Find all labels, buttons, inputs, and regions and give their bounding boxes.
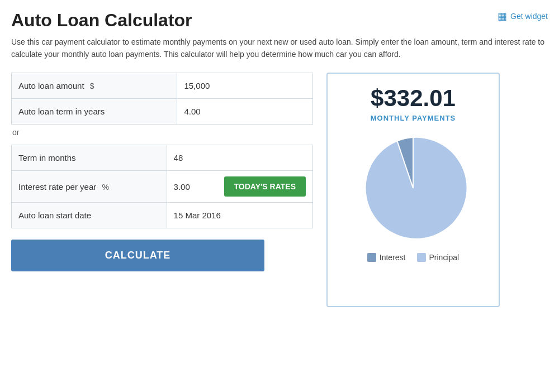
term-years-row: Auto loan term in years [12, 99, 313, 125]
interest-rate-row: Interest rate per year % TODAY'S RATES [12, 171, 313, 203]
term-months-input[interactable] [174, 153, 306, 162]
term-months-label: Term in months [18, 153, 76, 162]
term-years-input-cell [177, 99, 313, 125]
widget-icon: ▦ [498, 10, 507, 22]
interest-row-content: TODAY'S RATES [174, 176, 306, 197]
interest-swatch [367, 253, 376, 262]
monthly-amount: $332.01 [337, 85, 490, 112]
legend-interest: Interest [367, 253, 406, 262]
form-table-2: Term in months Interest rate per year % … [11, 145, 313, 228]
loan-amount-label-cell: Auto loan amount $ [12, 73, 177, 99]
interest-rate-label: Interest rate per year [18, 182, 96, 192]
description-text: Use this car payment calculator to estim… [11, 36, 548, 60]
interest-rate-input[interactable] [174, 182, 219, 192]
start-date-row: Auto loan start date [12, 203, 313, 228]
loan-amount-row: Auto loan amount $ [12, 73, 313, 99]
term-years-label-cell: Auto loan term in years [12, 99, 177, 125]
pie-chart [357, 132, 469, 244]
interest-rate-label-cell: Interest rate per year % [12, 171, 167, 203]
todays-rates-button[interactable]: TODAY'S RATES [224, 176, 306, 197]
calculate-button[interactable]: CALCULATE [11, 240, 264, 271]
get-widget-label: Get widget [510, 12, 548, 21]
start-date-label: Auto loan start date [18, 211, 91, 220]
monthly-label: MONTHLY PAYMENTS [337, 114, 490, 122]
principal-legend-label: Principal [429, 253, 459, 262]
or-text: or [11, 125, 313, 140]
interest-legend-label: Interest [380, 253, 406, 262]
term-months-input-cell [167, 145, 312, 171]
loan-amount-label: Auto loan amount [18, 81, 84, 90]
term-months-row: Term in months [12, 145, 313, 171]
legend-principal: Principal [417, 253, 459, 262]
interest-rate-unit: % [102, 183, 108, 192]
loan-amount-input-cell [177, 73, 313, 99]
start-date-input-cell [167, 203, 312, 228]
right-panel: $332.01 MONTHLY PAYMENTS Interest Princi [326, 73, 500, 307]
start-date-input[interactable] [174, 211, 306, 220]
term-years-input[interactable] [184, 107, 306, 116]
main-content: Auto loan amount $ Auto loan term in yea… [11, 73, 548, 307]
principal-swatch [417, 253, 426, 262]
page-title: Auto Loan Calculator [11, 10, 192, 31]
form-table: Auto loan amount $ Auto loan term in yea… [11, 73, 313, 125]
legend: Interest Principal [337, 253, 490, 262]
interest-rate-input-cell: TODAY'S RATES [167, 171, 312, 203]
get-widget-link[interactable]: ▦ Get widget [498, 10, 548, 22]
pie-svg [357, 132, 469, 244]
start-date-label-cell: Auto loan start date [12, 203, 167, 228]
term-months-label-cell: Term in months [12, 145, 167, 171]
term-years-label: Auto loan term in years [18, 107, 105, 116]
loan-amount-input[interactable] [184, 81, 306, 90]
loan-amount-unit: $ [90, 82, 94, 90]
left-panel: Auto loan amount $ Auto loan term in yea… [11, 73, 313, 271]
